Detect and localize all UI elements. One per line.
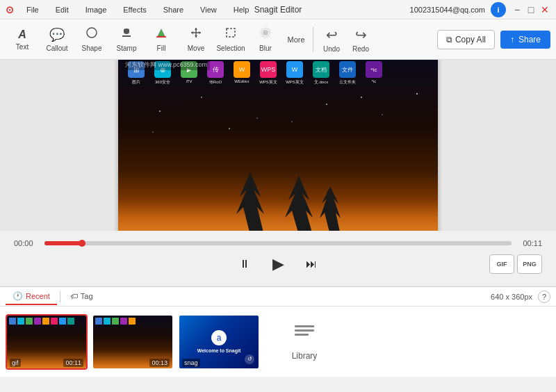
share-label: Share bbox=[518, 35, 541, 44]
library-label: Library bbox=[292, 351, 318, 361]
svg-point-14 bbox=[291, 121, 293, 122]
blur-icon bbox=[259, 26, 272, 42]
desktop-icon-4: 传 传RoO bbox=[204, 61, 227, 86]
png-export-button[interactable]: PNG bbox=[517, 254, 542, 274]
more-label: More bbox=[287, 35, 304, 44]
text-tool-button[interactable]: A Text bbox=[6, 22, 39, 57]
toolbar: A Text 💬 Callout Shape Stamp Fill Move bbox=[0, 19, 556, 60]
playback-row: ⏸ ▶ ⏭ bbox=[234, 252, 322, 277]
maximize-button[interactable]: □ bbox=[525, 4, 537, 15]
desktop-icon-10: *ic *ic bbox=[363, 61, 385, 86]
desktop-icon-9: 文件 云文件夹 bbox=[336, 61, 359, 86]
svg-point-12 bbox=[152, 131, 154, 133]
time-start: 00:00 bbox=[14, 239, 39, 247]
thumbnail-3[interactable]: a Welcome to Snagit ↺ snag bbox=[178, 314, 260, 370]
tag-tab-label: Tag bbox=[81, 292, 93, 300]
copy-icon: ⧉ bbox=[446, 35, 452, 44]
callout-tool-button[interactable]: 💬 Callout bbox=[40, 22, 74, 57]
undo-icon: ↩ bbox=[326, 26, 338, 43]
svg-rect-21 bbox=[295, 334, 309, 336]
svg-point-10 bbox=[382, 114, 383, 115]
redo-button[interactable]: ↪ Redo bbox=[347, 22, 375, 57]
svg-point-8 bbox=[256, 117, 258, 119]
menu-help[interactable]: Help bbox=[229, 4, 254, 15]
library-item[interactable]: Library bbox=[270, 314, 339, 370]
user-avatar[interactable]: i bbox=[491, 2, 506, 17]
tab-divider bbox=[60, 291, 60, 302]
dimension-label: 640 x 360px bbox=[491, 293, 532, 301]
stamp-tool-button[interactable]: Stamp bbox=[110, 22, 143, 57]
stamp-tool-label: Stamp bbox=[117, 44, 137, 52]
window-controls: − □ ✕ bbox=[512, 4, 550, 15]
svg-point-13 bbox=[229, 128, 230, 129]
help-button[interactable]: ? bbox=[538, 291, 550, 303]
menu-effects[interactable]: Effects bbox=[119, 4, 150, 15]
timeline-row: 00:00 00:11 bbox=[0, 235, 556, 252]
svg-point-15 bbox=[361, 97, 362, 98]
move-tool-button[interactable]: Move bbox=[179, 22, 213, 57]
timeline-progress bbox=[44, 241, 82, 245]
timeline-track[interactable] bbox=[44, 241, 512, 245]
fill-tool-button[interactable]: Fill bbox=[145, 22, 178, 57]
blur-tool-label: Blur bbox=[259, 44, 272, 52]
app-logo: ⊙ bbox=[6, 4, 14, 15]
step-back-button[interactable]: ⏸ bbox=[234, 253, 256, 275]
svg-point-0 bbox=[87, 28, 97, 38]
callout-icon: 💬 bbox=[49, 27, 65, 42]
undo-button[interactable]: ↩ Undo bbox=[318, 22, 345, 57]
screenshot-background: ⊞ 图片 ⊕ 360安全 ► iTV 传 传RoO bbox=[118, 60, 438, 231]
blur-tool-button[interactable]: Blur bbox=[249, 22, 282, 57]
export-buttons: GIF PNG bbox=[489, 254, 542, 274]
recent-tab-label: Recent bbox=[26, 292, 50, 300]
menu-image[interactable]: Image bbox=[81, 4, 111, 15]
move-icon bbox=[190, 26, 202, 42]
menu-view[interactable]: View bbox=[196, 4, 221, 15]
menu-edit[interactable]: Edit bbox=[51, 4, 73, 15]
canvas-area: ⊞ 图片 ⊕ 360安全 ► iTV 传 传RoO bbox=[0, 60, 556, 231]
step-forward-button[interactable]: ⏭ bbox=[300, 253, 322, 275]
menu-share[interactable]: Share bbox=[159, 4, 188, 15]
shape-tool-label: Shape bbox=[82, 44, 102, 52]
gif-export-button[interactable]: GIF bbox=[489, 254, 514, 274]
user-account[interactable]: 1002315044@qq.com bbox=[410, 6, 485, 14]
app-title: Snagit Editor bbox=[254, 5, 302, 15]
share-button[interactable]: ↑ Share bbox=[500, 31, 550, 49]
fill-tool-label: Fill bbox=[157, 44, 166, 52]
timeline-thumb[interactable] bbox=[79, 240, 85, 247]
thumbnail-1[interactable]: gif 00:11 bbox=[6, 314, 88, 370]
thumbnail-2[interactable]: 00:13 bbox=[92, 314, 174, 370]
recent-tab[interactable]: 🕐 Recent bbox=[6, 288, 57, 305]
play-button[interactable]: ▶ bbox=[267, 253, 289, 275]
selection-tool-button[interactable]: Selection bbox=[214, 22, 247, 57]
thumbnails-row: gif 00:11 00:13 bbox=[0, 307, 556, 377]
shape-tool-button[interactable]: Shape bbox=[75, 22, 108, 57]
selection-icon bbox=[224, 26, 237, 42]
callout-tool-label: Callout bbox=[46, 44, 67, 52]
svg-rect-19 bbox=[295, 325, 314, 327]
menu-file[interactable]: File bbox=[22, 4, 43, 15]
tag-tab[interactable]: 🏷 Tag bbox=[63, 289, 100, 304]
undo-label: Undo bbox=[323, 45, 340, 53]
minimize-button[interactable]: − bbox=[512, 4, 523, 15]
time-end: 00:11 bbox=[517, 239, 542, 247]
bottom-tab-right: 640 x 360px ? bbox=[491, 291, 550, 303]
step-forward-icon: ⏭ bbox=[306, 258, 317, 270]
desktop-icon-2: ⊕ 360安全 bbox=[152, 61, 174, 86]
svg-rect-20 bbox=[295, 329, 314, 332]
svg-point-7 bbox=[201, 97, 202, 98]
desktop-icon-8: 文档 文.docx bbox=[310, 61, 332, 86]
more-button[interactable]: More bbox=[284, 22, 309, 57]
desktop-icon-6: WPS WPS英文 bbox=[257, 61, 279, 86]
svg-point-6 bbox=[159, 111, 161, 112]
svg-rect-2 bbox=[227, 28, 235, 37]
playback-container: ⏸ ▶ ⏭ GIF PNG bbox=[0, 252, 556, 277]
desktop-icon-7: W WPS英文 bbox=[284, 61, 306, 86]
png-label: PNG bbox=[523, 261, 537, 268]
title-bar-left: ⊙ File Edit Image Effects Share View Hel… bbox=[6, 4, 253, 15]
close-button[interactable]: ✕ bbox=[539, 4, 550, 15]
copy-all-button[interactable]: ⧉ Copy All bbox=[437, 30, 495, 49]
thumb-label-3: snag bbox=[182, 359, 200, 367]
step-back-icon: ⏸ bbox=[239, 258, 250, 270]
svg-marker-18 bbox=[320, 186, 341, 231]
taskbar-area: 00:00 00:11 ⏸ ▶ ⏭ bbox=[0, 231, 556, 286]
